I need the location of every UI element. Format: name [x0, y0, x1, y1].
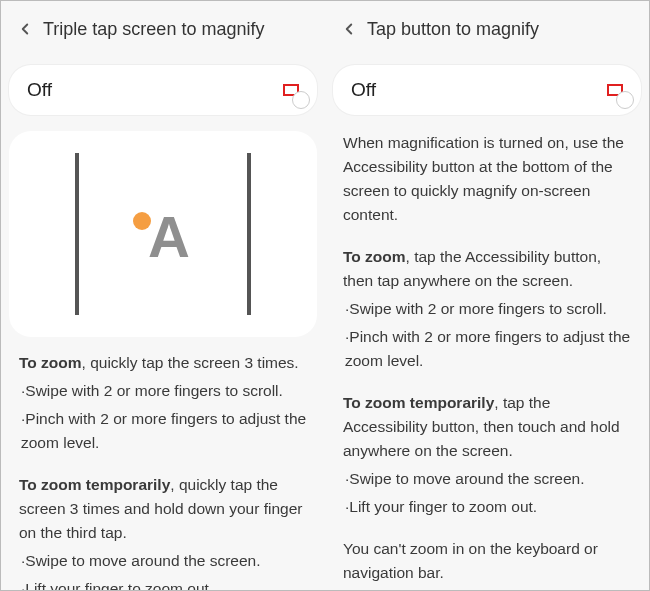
preview-card: A — [9, 131, 317, 337]
page-title: Triple tap screen to magnify — [43, 19, 264, 40]
instructions: When magnification is turned on, use the… — [325, 131, 649, 591]
toggle-label: Off — [27, 79, 52, 101]
zoom-line: To zoom, tap the Accessibility button, t… — [343, 245, 631, 293]
toggle-knob — [616, 91, 634, 109]
back-button[interactable] — [11, 15, 39, 43]
bullet: ·Swipe with 2 or more fingers to scroll. — [343, 297, 631, 321]
zoom-temp-line: To zoom temporarily, quickly tap the scr… — [19, 473, 307, 545]
bullet: ·Pinch with 2 or more fingers to adjust … — [19, 407, 307, 455]
instructions: To zoom, quickly tap the screen 3 times.… — [1, 351, 325, 591]
bullet: ·Swipe to move around the screen. — [343, 467, 631, 491]
bullet: ·Swipe to move around the screen. — [19, 549, 307, 573]
highlight-box — [607, 84, 623, 96]
note-text: You can't zoom in on the keyboard or nav… — [343, 537, 631, 585]
toggle-label: Off — [351, 79, 376, 101]
toggle-row[interactable]: Off — [9, 65, 317, 115]
preview-illustration: A — [23, 145, 303, 323]
zoom-temp-line: To zoom temporarily, tap the Accessibili… — [343, 391, 631, 463]
header: Triple tap screen to magnify — [1, 1, 325, 57]
preview-bar-right — [247, 153, 251, 315]
bullet: ·Lift your finger to zoom out. — [19, 577, 307, 591]
letter-a-icon: A — [148, 203, 190, 270]
screen-triple-tap: Triple tap screen to magnify Off A To zo… — [1, 1, 325, 590]
toggle-knob — [292, 91, 310, 109]
preview-bar-left — [75, 153, 79, 315]
chevron-left-icon — [340, 20, 358, 38]
page-title: Tap button to magnify — [367, 19, 539, 40]
bullet: ·Pinch with 2 or more fingers to adjust … — [343, 325, 631, 373]
back-button[interactable] — [335, 15, 363, 43]
chevron-left-icon — [16, 20, 34, 38]
screen-tap-button: Tap button to magnify Off When magnifica… — [325, 1, 649, 590]
bullet: ·Swipe with 2 or more fingers to scroll. — [19, 379, 307, 403]
toggle-row[interactable]: Off — [333, 65, 641, 115]
highlight-box — [283, 84, 299, 96]
intro-text: When magnification is turned on, use the… — [343, 131, 631, 227]
header: Tap button to magnify — [325, 1, 649, 57]
zoom-line: To zoom, quickly tap the screen 3 times. — [19, 351, 307, 375]
bullet: ·Lift your finger to zoom out. — [343, 495, 631, 519]
